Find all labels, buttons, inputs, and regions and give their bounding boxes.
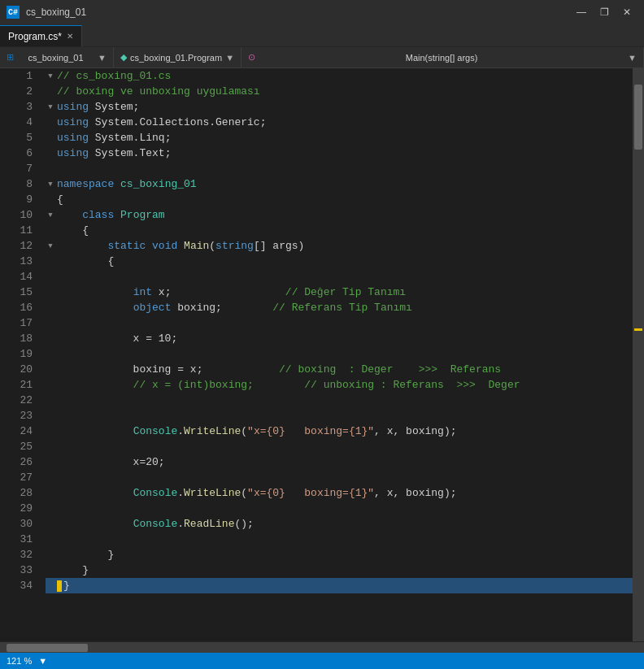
tab-bar: Program.cs* ✕	[0, 24, 644, 47]
zoom-dropdown-icon[interactable]: ▼	[38, 656, 47, 666]
dropdown-method[interactable]: ⊙ Main(string[] args) ▼	[242, 47, 644, 68]
code-line	[46, 532, 633, 547]
code-token: "x={0} boxing={1}"	[247, 485, 374, 501]
line-number: 13	[0, 254, 33, 269]
code-token: System;	[89, 99, 139, 115]
dropdown-method-text: Main(string[] args)	[406, 53, 478, 63]
spacer-icon	[46, 365, 55, 375]
status-bar: 121 % ▼	[0, 653, 644, 669]
dropdown-method-icon: ⊙	[248, 52, 255, 63]
line-number: 17	[0, 315, 33, 331]
dropdown-project-text: cs_boxing_01	[28, 53, 84, 63]
code-token: Program	[120, 207, 165, 223]
code-line: boxing = x; // boxing : Deger >>> Refera…	[46, 362, 633, 377]
horizontal-scrollbar[interactable]	[0, 641, 644, 653]
spacer-icon	[46, 380, 55, 390]
code-line: x = 10;	[46, 331, 633, 346]
code-line	[46, 346, 633, 362]
code-line	[46, 470, 633, 485]
code-token	[114, 176, 120, 192]
collapse-icon[interactable]: ▼	[46, 211, 55, 220]
spacer-icon	[46, 489, 55, 498]
code-token: static	[107, 238, 146, 254]
code-line: Console.WriteLine("x={0} boxing={1}", x,…	[46, 485, 633, 501]
scrollbar-thumb[interactable]	[634, 85, 642, 150]
line-number: 27	[0, 470, 33, 485]
code-token: cs_boxing_01	[120, 176, 197, 192]
dropdown-bar: ⊞ cs_boxing_01 ▼ ◆ cs_boxing_01.Program …	[0, 47, 644, 68]
spacer-icon	[46, 504, 55, 514]
title-bar-buttons[interactable]: — ❐ ✕	[571, 4, 637, 20]
code-token: // Referans Tip Tanımı	[272, 300, 412, 315]
tab-program-cs[interactable]: Program.cs* ✕	[0, 25, 82, 46]
code-lines: ▼// cs_boxing_01.cs // boxing ve unboxin…	[39, 68, 633, 641]
line-number: 25	[0, 439, 33, 454]
spacer-icon	[46, 257, 55, 267]
line-numbers: 1234567891011121314151617181920212223242…	[0, 68, 39, 641]
code-line: ▼// cs_boxing_01.cs	[46, 68, 633, 84]
code-line: }	[46, 563, 633, 578]
spacer-icon	[46, 133, 55, 143]
code-token	[57, 485, 133, 501]
code-token: Main	[184, 238, 209, 254]
editor-container: 1234567891011121314151617181920212223242…	[0, 68, 644, 641]
line-number: 14	[0, 269, 33, 285]
code-line: int x; // Değer Tip Tanımı	[46, 285, 633, 300]
collapse-icon[interactable]: ▼	[46, 241, 55, 251]
zoom-level: 121 %	[7, 656, 32, 666]
code-token: }	[57, 547, 114, 563]
code-line	[46, 408, 633, 424]
spacer-icon	[46, 272, 55, 282]
vertical-scrollbar[interactable]	[633, 68, 644, 641]
collapse-icon[interactable]: ▼	[46, 180, 55, 189]
line-number: 28	[0, 485, 33, 501]
code-token: , x, boxing);	[374, 424, 456, 439]
code-line	[46, 161, 633, 176]
code-token: (	[241, 424, 247, 439]
code-line: object boxing; // Referans Tip Tanımı	[46, 300, 633, 315]
code-line: // boxing ve unboxing uygulaması	[46, 84, 633, 99]
code-token: // boxing ve unboxing uygulaması	[57, 84, 260, 99]
dropdown-project[interactable]: ⊞ cs_boxing_01 ▼	[0, 47, 114, 68]
spacer-icon	[46, 350, 55, 359]
line-number: 29	[0, 501, 33, 516]
maximize-button[interactable]: ❐	[594, 4, 615, 20]
tab-close-icon[interactable]: ✕	[67, 32, 73, 41]
code-token: void	[152, 238, 177, 254]
breakpoint-marker	[57, 580, 62, 592]
code-token: {	[57, 254, 114, 269]
line-number: 6	[0, 146, 33, 161]
line-number: 32	[0, 547, 33, 563]
line-number: 15	[0, 285, 33, 300]
code-line: {	[46, 223, 633, 238]
scrollbar-bottom-thumb[interactable]	[7, 644, 88, 652]
spacer-icon	[46, 164, 55, 174]
line-number: 8	[0, 176, 33, 192]
line-number: 30	[0, 516, 33, 532]
dropdown-class[interactable]: ◆ cs_boxing_01.Program ▼	[114, 47, 242, 68]
line-number: 18	[0, 331, 33, 346]
scrollbar-marker	[634, 328, 642, 331]
code-token: WriteLine	[184, 424, 241, 439]
code-token: namespace	[57, 176, 114, 192]
collapse-icon[interactable]: ▼	[46, 102, 55, 112]
code-line: }	[46, 578, 633, 593]
minimize-button[interactable]: —	[571, 4, 592, 20]
code-token	[146, 238, 152, 254]
collapse-icon[interactable]: ▼	[46, 72, 55, 81]
line-number: 12	[0, 238, 33, 254]
code-token: Console	[133, 485, 178, 501]
code-line	[46, 439, 633, 454]
line-number: 4	[0, 115, 33, 130]
line-number: 26	[0, 454, 33, 470]
close-button[interactable]: ✕	[616, 4, 637, 20]
spacer-icon	[46, 550, 55, 560]
line-number: 24	[0, 424, 33, 439]
spacer-icon	[46, 566, 55, 576]
code-token: }	[57, 563, 89, 578]
title-text: cs_boxing_01	[26, 7, 564, 18]
spacer-icon	[46, 581, 55, 591]
line-number: 2	[0, 84, 33, 99]
code-line: }	[46, 547, 633, 563]
spacer-icon	[46, 303, 55, 313]
